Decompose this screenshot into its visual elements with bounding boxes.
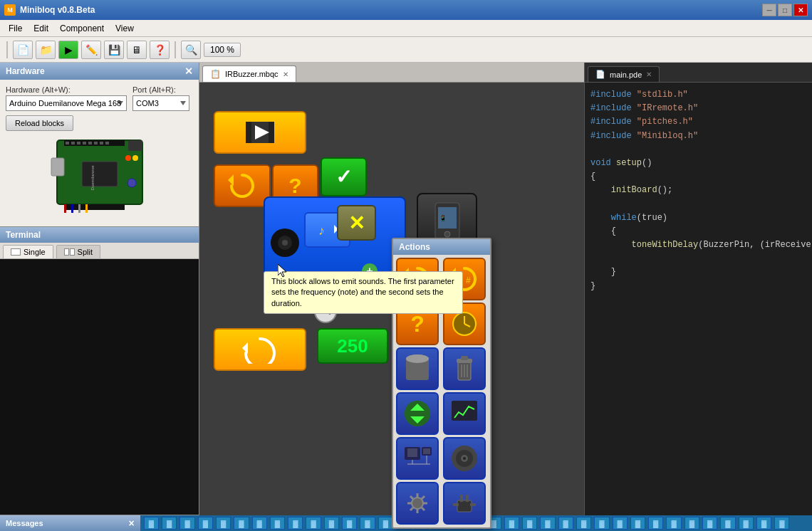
svg-rect-82	[460, 495, 463, 502]
code-line-3: #include "pitches.h"	[590, 115, 806, 129]
menu-edit[interactable]: Edit	[28, 22, 54, 35]
actions-title: Actions	[399, 242, 430, 252]
tab-split[interactable]: Split	[56, 245, 100, 258]
ticker-item-1: ▓	[144, 517, 159, 530]
ticker-item-13: ▓	[360, 517, 375, 530]
multiply-block[interactable]: ✕	[337, 205, 376, 241]
canvas-tab-close[interactable]: ✕	[283, 70, 288, 78]
code-tab-bar: 📄 main.pde ✕	[585, 63, 812, 83]
single-icon	[11, 248, 21, 256]
terminal-screen	[0, 259, 199, 515]
reload-blocks-button[interactable]: Reload blocks	[6, 115, 73, 131]
ticker-item-14: ▓	[378, 517, 393, 530]
hardware-content: Hardware (Alt+W): Arduino Duemilanove Me…	[0, 80, 199, 226]
tab-single[interactable]: Single	[3, 245, 53, 258]
edit-button[interactable]: ✏️	[81, 41, 101, 59]
canvas-tab-label: IRBuzzer.mbqc	[225, 70, 279, 78]
svg-rect-13	[105, 142, 109, 144]
canvas-area[interactable]: ? ✓ ♪	[199, 83, 584, 531]
tooltip: This block allows to emit sounds. The fi…	[264, 271, 463, 314]
svg-text:Duemilanove: Duemilanove	[90, 165, 95, 191]
ticker-item-23: ▓	[540, 517, 555, 530]
code-tab-main[interactable]: 📄 main.pde ✕	[588, 66, 660, 82]
code-line-8: initBoard();	[590, 184, 806, 197]
svg-text:📱: 📱	[439, 214, 447, 221]
close-button[interactable]: ✕	[793, 4, 808, 16]
ticker-item-32: ▓	[702, 517, 717, 530]
messages-close[interactable]: ×	[129, 517, 135, 529]
menu-component[interactable]: Component	[54, 22, 110, 35]
ticker-item-24: ▓	[558, 517, 573, 530]
ticker-item-29: ▓	[648, 517, 663, 530]
svg-rect-18	[64, 204, 66, 213]
app-title: Minibloq v0.8.Beta	[20, 5, 762, 15]
port-select[interactable]: COM3	[132, 95, 189, 111]
action-chart-button[interactable]	[443, 392, 486, 435]
code-tab-close[interactable]: ✕	[646, 70, 652, 78]
toolbar-sep-1	[6, 41, 8, 58]
film-block[interactable]	[214, 111, 306, 154]
menu-file[interactable]: File	[3, 22, 28, 35]
svg-rect-12	[100, 142, 103, 144]
svg-rect-19	[71, 204, 73, 213]
code-line-12: toneWithDelay(BuzzerPin, (irReceiver.get…	[590, 238, 806, 252]
code-line-2: #include "IRremote.h"	[590, 102, 806, 115]
zoom-level: 100 %	[204, 43, 241, 57]
monitor-button[interactable]: 🖥	[127, 41, 147, 59]
minimize-button[interactable]: ─	[762, 4, 776, 16]
svg-rect-62	[423, 448, 430, 454]
terminal-header: Terminal	[0, 227, 199, 243]
question-mark: ?	[288, 174, 301, 198]
port-column: Port (Alt+R): COM3	[132, 85, 189, 111]
open-file-button[interactable]: 📁	[36, 41, 56, 59]
code-editor[interactable]: #include "stdlib.h" #include "IRremote.h…	[585, 83, 812, 522]
hardware-select[interactable]: Arduino Duemilanove Mega 168	[6, 95, 127, 111]
main-layout: Hardware ✕ Hardware (Alt+W): Arduino Due…	[0, 63, 812, 531]
action-trash-button[interactable]	[443, 347, 486, 390]
ticker-item-34: ▓	[739, 517, 754, 530]
tooltip-text: This block allows to emit sounds. The fi…	[271, 277, 454, 307]
yellow-arrow-block-bottom[interactable]	[214, 328, 306, 371]
port-label: Port (Alt+R):	[132, 85, 189, 94]
terminal-panel: Terminal Single Split Open Close	[0, 226, 199, 531]
code-tab-label: main.pde	[610, 70, 642, 79]
green-check-block[interactable]: ✓	[321, 157, 367, 196]
ticker-item-21: ▓	[504, 517, 519, 530]
svg-rect-60	[407, 448, 417, 457]
code-line-5	[590, 143, 806, 157]
run-button[interactable]: ▶	[58, 41, 78, 59]
svg-rect-9	[83, 142, 86, 144]
action-transfer-button[interactable]	[396, 392, 439, 435]
zoom-in-button[interactable]: 🔍	[181, 41, 201, 59]
svg-rect-51	[461, 356, 468, 360]
action-gear-button[interactable]	[396, 482, 439, 525]
svg-point-17	[127, 179, 136, 187]
help-button[interactable]: ❓	[150, 41, 170, 59]
app-icon: M	[4, 4, 16, 16]
menu-view[interactable]: View	[110, 22, 140, 35]
hardware-panel-header: Hardware ✕	[0, 63, 199, 80]
canvas-tab[interactable]: 📋 IRBuzzer.mbqc ✕	[202, 65, 296, 82]
action-bucket-button[interactable]	[396, 347, 439, 390]
svg-point-14	[125, 155, 131, 161]
maximize-button[interactable]: □	[778, 4, 792, 16]
svg-rect-83	[466, 495, 469, 502]
toolbar: 📄 📁 ▶ ✏️ 💾 🖥 ❓ 🔍 100 %	[0, 37, 812, 63]
svg-rect-1	[51, 158, 64, 176]
ticker-item-31: ▓	[685, 517, 699, 530]
action-component-button[interactable]	[443, 482, 486, 525]
ticker-item-35: ▓	[756, 517, 771, 530]
code-line-10: while(true)	[590, 211, 806, 225]
number-250-block[interactable]: 250	[317, 328, 388, 364]
orange-arrow-block-1[interactable]	[214, 164, 271, 207]
action-network-button[interactable]	[396, 437, 439, 480]
hardware-close-button[interactable]: ✕	[184, 65, 193, 77]
menu-bar: File Edit Component View	[0, 20, 812, 37]
hw-label: Hardware (Alt+W):	[6, 85, 127, 94]
code-tab-icon: 📄	[595, 70, 605, 79]
action-speaker-button[interactable]	[443, 437, 486, 480]
save-button[interactable]: 💾	[104, 41, 124, 59]
code-line-1: #include "stdlib.h"	[590, 88, 806, 102]
new-button[interactable]: 📄	[13, 41, 33, 59]
svg-line-78	[410, 508, 413, 510]
